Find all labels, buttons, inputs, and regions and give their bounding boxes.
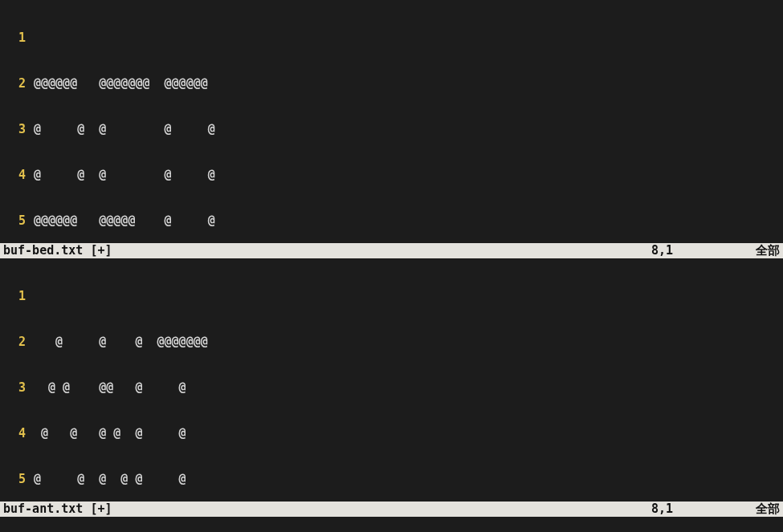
- code-line: 2@@@@@@ @@@@@@@ @@@@@@: [6, 76, 783, 91]
- code-line: 2 @ @ @ @@@@@@@: [6, 335, 783, 350]
- status-cursor-position: 8,1: [651, 502, 748, 517]
- status-filename: buf-ant.txt [+]: [3, 502, 112, 517]
- vim-window: 1 2@@@@@@ @@@@@@@ @@@@@@ 3@ @ @ @ @ 4@ @…: [0, 0, 783, 532]
- command-line[interactable]: [0, 517, 783, 532]
- status-cursor-position: 8,1: [651, 243, 748, 258]
- split-pane-bottom[interactable]: 1 2 @ @ @ @@@@@@@ 3 @ @ @@ @ @ 4 @ @ @ @…: [0, 258, 783, 502]
- status-bar-bottom: buf-ant.txt [+] 8,1 全部: [0, 502, 783, 517]
- status-percent: 全部: [748, 243, 780, 258]
- status-percent: 全部: [748, 502, 780, 517]
- code-line: 4 @ @ @ @ @ @: [6, 426, 783, 441]
- code-line: 4@ @ @ @ @: [6, 168, 783, 183]
- code-line: 5@@@@@@ @@@@@ @ @: [6, 213, 783, 229]
- status-bar-top: buf-bed.txt [+] 8,1 全部: [0, 243, 783, 258]
- buffer-bottom[interactable]: 1 2 @ @ @ @@@@@@@ 3 @ @ @@ @ @ 4 @ @ @ @…: [0, 258, 783, 502]
- buffer-top[interactable]: 1 2@@@@@@ @@@@@@@ @@@@@@ 3@ @ @ @ @ 4@ @…: [0, 0, 783, 243]
- code-line: 3@ @ @ @ @: [6, 122, 783, 137]
- code-line: 1: [6, 289, 783, 304]
- code-line: 5@ @ @ @ @ @: [6, 472, 783, 487]
- split-pane-top[interactable]: 1 2@@@@@@ @@@@@@@ @@@@@@ 3@ @ @ @ @ 4@ @…: [0, 0, 783, 243]
- status-filename: buf-bed.txt [+]: [3, 243, 112, 258]
- code-line: 3 @ @ @@ @ @: [6, 380, 783, 396]
- code-line: 1: [6, 30, 783, 46]
